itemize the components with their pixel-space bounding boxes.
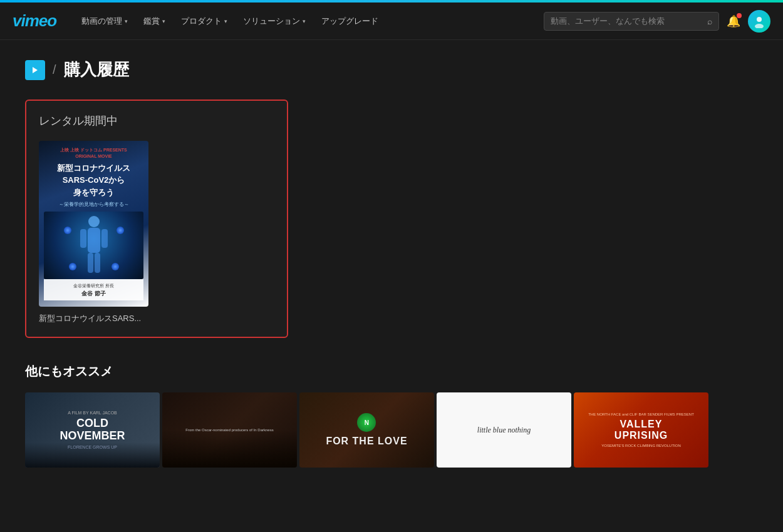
movie-title: 新型コロナウイルスSARS... <box>39 313 141 324</box>
nav-solutions[interactable]: ソリューション ▾ <box>237 12 312 31</box>
poster-subtitle: ～栄養学的見地から考察する～ <box>59 201 129 208</box>
svg-point-3 <box>88 216 100 227</box>
cold-november-director: A FILM BY KARL JACOB <box>60 411 125 415</box>
virus-icon <box>117 227 124 234</box>
nav-upgrade[interactable]: アップグレード <box>315 12 385 31</box>
poster-body <box>44 212 143 279</box>
little-blue-title: little blue nothing <box>477 426 531 435</box>
movie-card[interactable]: 上映 上映 ドットコム PRESENTSORIGINAL MOVIE 新型コロナ… <box>39 141 274 324</box>
cold-november-title: COLDNOVEMBER <box>60 417 125 442</box>
svg-rect-4 <box>88 228 100 253</box>
notification-bell[interactable]: 🔔 <box>727 14 740 28</box>
valley-tagline: THE NORTH FACE and CLIF BAR SENDER FILMS… <box>588 412 694 416</box>
nav-video-manage[interactable]: 動画の管理 ▾ <box>75 12 134 31</box>
page-title: 購入履歴 <box>64 59 129 81</box>
recommendations-label: 他にもオススメ <box>25 363 758 380</box>
poster-author-label: 金谷栄養研究所 所長 <box>46 283 141 290</box>
header-right: ⌕ 🔔 <box>544 10 770 33</box>
vimeo-logo[interactable]: vimeo <box>13 11 56 31</box>
poster-header: 上映 上映 ドットコム PRESENTSORIGINAL MOVIE <box>60 147 127 160</box>
poster-author-name: 金谷 節子 <box>46 290 141 299</box>
svg-rect-7 <box>88 253 93 273</box>
svg-marker-2 <box>33 67 38 73</box>
rental-section-card: レンタル期間中 上映 上映 ドットコム PRESENTSORIGINAL MOV… <box>25 100 288 338</box>
nav-product[interactable]: プロダクト ▾ <box>175 12 234 31</box>
rec-item-valley-uprising[interactable]: THE NORTH FACE and CLIF BAR SENDER FILMS… <box>574 392 708 468</box>
rec-item-middle[interactable]: From the Oscar-nominated producers of In… <box>162 392 297 468</box>
main-nav: 動画の管理 ▾ 鑑賞 ▾ プロダクト ▾ ソリューション ▾ アップグレード <box>75 12 544 31</box>
svg-rect-5 <box>80 229 86 248</box>
virus-icon <box>111 263 119 270</box>
svg-rect-8 <box>95 253 100 273</box>
for-the-love-logo: N <box>357 413 376 432</box>
vimeo-icon <box>25 60 45 80</box>
chevron-down-icon: ▾ <box>224 18 227 24</box>
chevron-down-icon: ▾ <box>162 18 165 24</box>
virus-icon <box>69 263 76 270</box>
rec-item-for-the-love[interactable]: N FOR THE LOVE <box>299 392 434 468</box>
poster-footer: 金谷栄養研究所 所長 金谷 節子 <box>44 279 143 300</box>
recommendations-section: 他にもオススメ A FILM BY KARL JACOB COLDNOVEMBE… <box>25 363 758 468</box>
rec-item-little-blue-nothing[interactable]: little blue nothing <box>437 392 571 468</box>
search-input[interactable] <box>551 16 707 26</box>
main-content: / 購入履歴 レンタル期間中 上映 上映 ドットコム PRESENTSORIGI… <box>0 40 783 486</box>
valley-uprising-title: VALLEYUPRISING <box>588 419 694 441</box>
virus-icon <box>64 227 71 234</box>
recommendations-grid: A FILM BY KARL JACOB COLDNOVEMBER FLOREN… <box>25 392 758 468</box>
header: vimeo 動画の管理 ▾ 鑑賞 ▾ プロダクト ▾ ソリューション ▾ アップ… <box>0 3 783 40</box>
svg-point-0 <box>757 17 762 22</box>
rec-item-cold-november[interactable]: A FILM BY KARL JACOB COLDNOVEMBER FLOREN… <box>25 392 160 468</box>
human-silhouette-icon <box>75 214 113 277</box>
search-icon[interactable]: ⌕ <box>707 16 712 26</box>
search-bar[interactable]: ⌕ <box>544 12 719 31</box>
nav-watch[interactable]: 鑑賞 ▾ <box>137 12 172 31</box>
poster-title-japanese: 新型コロナウイルスSARS-CoV2から身を守ろう <box>57 162 130 199</box>
for-the-love-title: FOR THE LOVE <box>326 436 407 447</box>
rental-label: レンタル期間中 <box>39 113 274 128</box>
chevron-down-icon: ▾ <box>125 18 128 24</box>
svg-point-1 <box>755 24 764 28</box>
valley-subtitle: YOSEMITE'S ROCK CLIMBING REVOLUTION <box>588 444 694 448</box>
breadcrumb-separator: / <box>53 63 56 77</box>
user-avatar[interactable] <box>748 10 770 33</box>
svg-rect-6 <box>101 229 108 248</box>
chevron-down-icon: ▾ <box>303 18 306 24</box>
breadcrumb: / 購入履歴 <box>25 59 758 81</box>
notification-dot <box>737 13 742 18</box>
movie-poster: 上映 上映 ドットコム PRESENTSORIGINAL MOVIE 新型コロナ… <box>39 141 148 307</box>
